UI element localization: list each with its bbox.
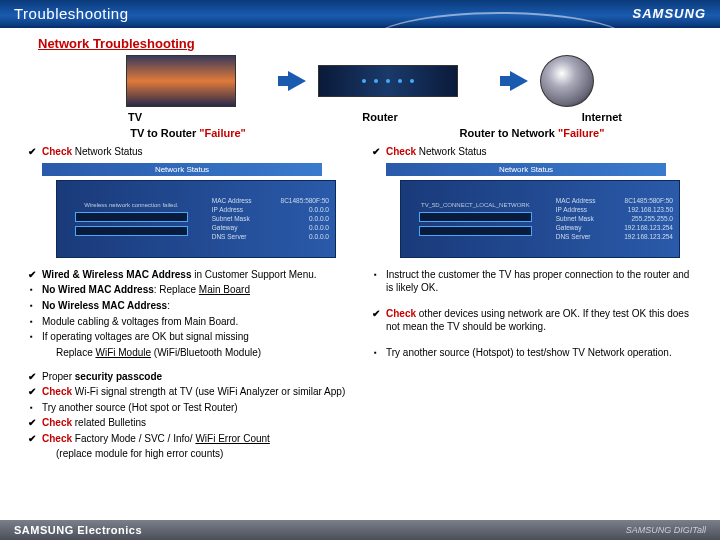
content: Network Troubleshooting TV Router Intern… xyxy=(0,28,720,463)
list-item: Proper security passcode xyxy=(42,370,162,384)
left-list-1: ✔Wired & Wireless MAC Address in Custome… xyxy=(28,268,348,360)
list-item: Check related Bulletins xyxy=(42,416,146,430)
brand-logo: SAMSUNG xyxy=(633,6,706,21)
list-item: Try another source (Hot spot or Test Rou… xyxy=(42,401,238,415)
label-router: Router xyxy=(289,111,460,123)
arrow-icon xyxy=(288,71,306,91)
list-item: Wired & Wireless MAC Address in Customer… xyxy=(42,268,317,282)
globe-image xyxy=(540,55,594,107)
list-item: Try another source (Hotspot) to test/sho… xyxy=(386,346,672,360)
list-item: Check Wi-Fi signal strength at TV (use W… xyxy=(42,385,345,399)
footer-left: SAMSUNG Electronics xyxy=(14,524,142,536)
flow-labels: TV Router Internet xyxy=(88,111,632,123)
list-item: Check Factory Mode / SVC / Info/ WiFi Er… xyxy=(42,432,270,446)
label-internet: Internet xyxy=(461,111,632,123)
bullet-icon xyxy=(372,268,386,282)
panel-rows-right: MAC Address8C1485:580F:50IP Address192.1… xyxy=(550,181,679,257)
router-image xyxy=(318,65,458,97)
check-icon: ✔ xyxy=(372,307,386,321)
left-list-2: ✔Proper security passcode✔Check Wi-Fi si… xyxy=(28,370,348,461)
page-title: Troubleshooting xyxy=(14,5,129,22)
bullet-icon xyxy=(28,401,42,415)
right-list: Instruct the customer the TV has proper … xyxy=(372,268,692,360)
right-column: Router to Network "Failure" ✔Check Netwo… xyxy=(372,127,692,463)
bullet-icon xyxy=(28,315,42,329)
right-title: Router to Network "Failure" xyxy=(372,127,692,139)
columns: TV to Router "Failure" ✔Check Network St… xyxy=(28,127,692,463)
flow-diagram xyxy=(28,55,692,107)
check-icon: ✔ xyxy=(372,145,386,159)
bullet-icon xyxy=(28,283,42,297)
list-item: Instruct the customer the TV has proper … xyxy=(386,268,692,295)
check-icon: ✔ xyxy=(28,432,42,446)
network-status-panel: Network Status TV_5D_CONNECT_LOCAL_NETWO… xyxy=(386,163,666,258)
left-title: TV to Router "Failure" xyxy=(28,127,348,139)
list-item: Module cabling & voltages from Main Boar… xyxy=(42,315,238,329)
footer: SAMSUNG Electronics SAMSUNG DIGITall xyxy=(0,518,720,540)
check-icon: ✔ xyxy=(28,385,42,399)
network-status-panel: Network Status Wireless network connecti… xyxy=(42,163,322,258)
panel-rows-left: MAC Address8C1485:580F:50IP Address0.0.0… xyxy=(206,181,335,257)
list-item: Replace WiFi Module (WiFi/Bluetooth Modu… xyxy=(56,346,261,360)
section-title: Network Troubleshooting xyxy=(38,36,692,51)
arrow-icon xyxy=(510,71,528,91)
tv-image xyxy=(126,55,236,107)
list-item: Check Network Status xyxy=(42,145,143,159)
list-item: Check Network Status xyxy=(386,145,487,159)
list-item: Check other devices using network are OK… xyxy=(386,307,692,334)
check-icon: ✔ xyxy=(28,416,42,430)
bullet-icon xyxy=(372,346,386,360)
list-item: No Wired MAC Address: Replace Main Board xyxy=(42,283,250,297)
list-item: If operating voltages are OK but signal … xyxy=(42,330,249,344)
check-icon: ✔ xyxy=(28,268,42,282)
footer-right: SAMSUNG DIGITall xyxy=(626,525,706,535)
list-item: (replace module for high error counts) xyxy=(56,447,223,461)
header: Troubleshooting SAMSUNG xyxy=(0,0,720,28)
bullet-icon xyxy=(28,299,42,313)
list-item: No Wireless MAC Address: xyxy=(42,299,170,313)
check-icon: ✔ xyxy=(28,370,42,384)
check-icon: ✔ xyxy=(28,145,42,159)
left-column: TV to Router "Failure" ✔Check Network St… xyxy=(28,127,348,463)
label-tv: TV xyxy=(88,111,289,123)
bullet-icon xyxy=(28,330,42,344)
